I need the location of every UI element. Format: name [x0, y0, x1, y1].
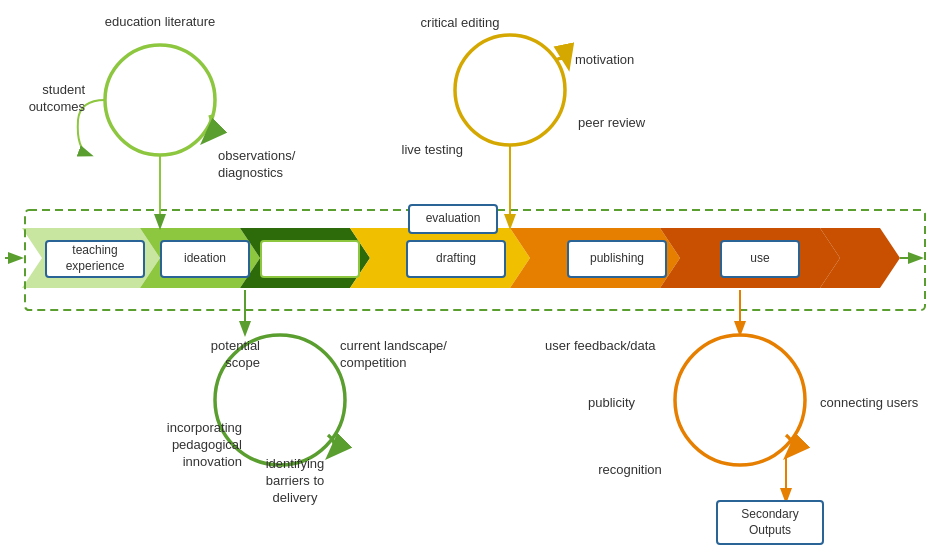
label-observations-diagnostics: observations/ diagnostics [218, 148, 318, 182]
publishing-box: publishing [567, 240, 667, 278]
evaluation-box: evaluation [408, 204, 498, 234]
use-box: use [720, 240, 800, 278]
svg-point-10 [105, 45, 215, 155]
label-current-landscape: current landscape/ competition [340, 338, 470, 372]
label-peer-review: peer review [578, 115, 668, 132]
label-user-feedback: user feedback/data [545, 338, 695, 355]
svg-marker-6 [820, 228, 900, 288]
label-motivation: motivation [575, 52, 675, 69]
label-identifying-barriers: identifying barriers to delivery [235, 456, 355, 507]
label-education-literature: education literature [90, 14, 230, 31]
label-connecting-users: connecting users [820, 395, 930, 412]
drafting-box: drafting [406, 240, 506, 278]
label-live-testing: live testing [373, 142, 463, 159]
eoi-box: EOI/formal proposal [260, 240, 360, 278]
label-student-outcomes: student outcomes [15, 82, 85, 116]
label-potential-scope: potential scope [170, 338, 260, 372]
teaching-experience-box: teaching experience [45, 240, 145, 278]
label-recognition: recognition [580, 462, 680, 479]
secondary-outputs-box: Secondary Outputs [716, 500, 824, 545]
diagram: education literature student outcomes ob… [0, 0, 940, 554]
label-publicity: publicity [555, 395, 635, 412]
label-incorporating: incorporating pedagogical innovation [102, 420, 242, 471]
svg-point-12 [455, 35, 565, 145]
label-critical-editing: critical editing [395, 15, 525, 32]
ideation-box: ideation [160, 240, 250, 278]
